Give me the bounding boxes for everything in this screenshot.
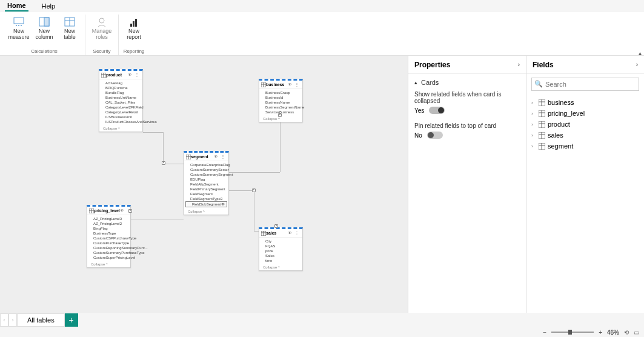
table-card-segment[interactable]: segment 👁 ⋮ CorporateEnterpriseFlag Cust… [184, 151, 229, 215]
fields-item-business[interactable]: › business [531, 97, 639, 108]
field[interactable]: BusinessSegmentName [259, 105, 302, 110]
toggle-pin-related[interactable] [427, 132, 443, 139]
table-icon [261, 231, 266, 236]
fullscreen-button[interactable]: ▭ [634, 329, 639, 336]
menu-help[interactable]: Help [39, 1, 58, 11]
field[interactable]: CAL_Socket_Files [99, 100, 142, 105]
field[interactable]: ActiveFlag [99, 81, 142, 85]
fit-page-button[interactable]: ⟲ [624, 329, 629, 336]
expand-icon: › [531, 133, 536, 138]
card-collapse[interactable]: Collapse ^ [184, 209, 228, 215]
field[interactable]: BusinessName [259, 100, 302, 105]
visibility-icon[interactable]: 👁 [128, 73, 132, 77]
table-icon [539, 121, 545, 128]
cardinality-marker: * [252, 189, 256, 192]
new-table-label: New table [64, 28, 76, 40]
visibility-icon[interactable]: 👁 [221, 202, 225, 206]
field[interactable]: FQAS [259, 244, 302, 249]
new-measure-button[interactable]: New measure [7, 15, 30, 47]
menu-home[interactable]: Home [5, 1, 28, 12]
field[interactable]: Sales [259, 253, 302, 258]
field[interactable]: CustomPurchaseType [87, 241, 130, 245]
visibility-icon[interactable]: 👁 [214, 155, 218, 159]
tab-prev-button[interactable]: ‹ [0, 313, 8, 327]
field[interactable]: FieldPrimarySegment [184, 187, 228, 192]
bottom-tabs: ‹ › All tables + [0, 313, 78, 327]
fields-item-segment[interactable]: › segment [531, 141, 639, 152]
field[interactable]: City [259, 239, 302, 244]
visibility-icon[interactable]: 👁 [288, 231, 292, 235]
field[interactable]: BPIQRuntime [99, 85, 142, 90]
field[interactable]: CustomReportingSummaryPurc... [87, 245, 130, 250]
toggle-show-related[interactable] [429, 107, 445, 114]
field[interactable]: AZ_PricingLevel3 [87, 216, 130, 221]
collapse-panel-icon[interactable]: › [518, 61, 520, 68]
model-canvas[interactable]: product 👁 ⋮ ActiveFlag BPIQRuntime Bundl… [0, 56, 408, 313]
field[interactable]: FieldAllySegment [184, 182, 228, 187]
field[interactable]: BingFlag [87, 226, 130, 231]
search-input[interactable] [531, 78, 639, 91]
roles-icon [95, 16, 109, 28]
field[interactable]: BusinessGroup [259, 90, 302, 95]
field[interactable]: price [259, 249, 302, 253]
tab-next-button[interactable]: › [8, 313, 17, 327]
collapse-panel-icon[interactable]: › [636, 61, 638, 68]
fields-item-pricing-level[interactable]: › pricing_level [531, 108, 639, 119]
card-menu-icon[interactable]: ⋮ [293, 82, 300, 87]
group-security-label: Security [93, 47, 111, 55]
prop-pin-related-label: Pin related fields to top of card [414, 122, 520, 129]
field-selected[interactable]: FieldSubSegment👁 [185, 201, 227, 207]
new-column-button[interactable]: New column [33, 15, 56, 47]
new-report-button[interactable]: New report [122, 15, 145, 47]
visibility-icon[interactable]: 👁 [120, 209, 124, 213]
field[interactable]: CustomSuperPricingLevel [87, 255, 130, 260]
new-measure-label: New measure [8, 28, 29, 40]
expand-icon: › [531, 111, 536, 116]
field[interactable]: ILSProductClassesAndServices [99, 119, 142, 124]
card-collapse[interactable]: Collapse ^ [259, 264, 302, 270]
cardinality-marker: * [162, 161, 165, 165]
card-title: product [106, 73, 128, 77]
card-menu-icon[interactable]: ⋮ [219, 154, 227, 159]
tab-all-tables[interactable]: All tables [17, 313, 65, 327]
visibility-icon[interactable]: 👁 [288, 82, 292, 87]
field[interactable]: BusinessId [259, 95, 302, 100]
zoom-slider[interactable] [551, 332, 594, 333]
field[interactable]: FieldSegment [184, 192, 228, 196]
tab-add-button[interactable]: + [65, 313, 78, 327]
svg-rect-11 [133, 21, 134, 27]
workspace: product 👁 ⋮ ActiveFlag BPIQRuntime Bundl… [0, 56, 644, 313]
field[interactable]: CustomSummarySector [184, 167, 228, 172]
properties-section-cards[interactable]: ▴ Cards [414, 79, 520, 86]
field[interactable]: CategoryLevelRetail [99, 110, 142, 115]
field[interactable]: EDUFlag [184, 177, 228, 182]
field[interactable]: BusinessType [87, 231, 130, 236]
field[interactable]: CustomSummarySegment [184, 172, 228, 177]
fields-list: › business › pricing_level › product › s… [526, 95, 644, 154]
field[interactable]: AZ_PricingLevel2 [87, 221, 130, 226]
card-collapse[interactable]: Collapse ^ [99, 125, 142, 132]
field[interactable]: CorporateEnterpriseFlag [184, 162, 228, 167]
field[interactable]: CustomSummaryPurchaseType [87, 250, 130, 255]
manage-roles-label: Manage roles [92, 28, 112, 40]
field[interactable]: BusinessUnitName [99, 95, 142, 100]
card-menu-icon[interactable]: ⋮ [133, 72, 141, 78]
new-table-button[interactable]: New table [58, 15, 81, 47]
card-menu-icon[interactable]: ⋮ [293, 230, 300, 236]
table-card-sales[interactable]: sales 👁 ⋮ City FQAS price Sales time Col… [259, 227, 303, 271]
field[interactable]: CustomCSPPurchaseType [87, 236, 130, 241]
field[interactable]: FieldSegmentType3 [184, 196, 228, 201]
field[interactable]: CategoryLevel2FKField [99, 105, 142, 110]
field[interactable]: ILSBusinessUnit [99, 115, 142, 119]
table-card-pricing-level[interactable]: pricing_level 👁 ⋮ AZ_PricingLevel3 AZ_Pr… [87, 205, 131, 268]
zoom-out-button[interactable]: − [543, 329, 546, 336]
card-collapse[interactable]: Collapse ^ [87, 261, 130, 267]
manage-roles-button[interactable]: Manage roles [89, 15, 115, 47]
zoom-in-button[interactable]: + [599, 329, 602, 336]
table-card-product[interactable]: product 👁 ⋮ ActiveFlag BPIQRuntime Bundl… [99, 69, 143, 132]
field[interactable]: BundleFlag [99, 90, 142, 95]
card-title: sales [266, 231, 288, 235]
fields-item-sales[interactable]: › sales [531, 130, 639, 141]
fields-item-product[interactable]: › product [531, 119, 639, 130]
field[interactable]: time [259, 258, 302, 263]
